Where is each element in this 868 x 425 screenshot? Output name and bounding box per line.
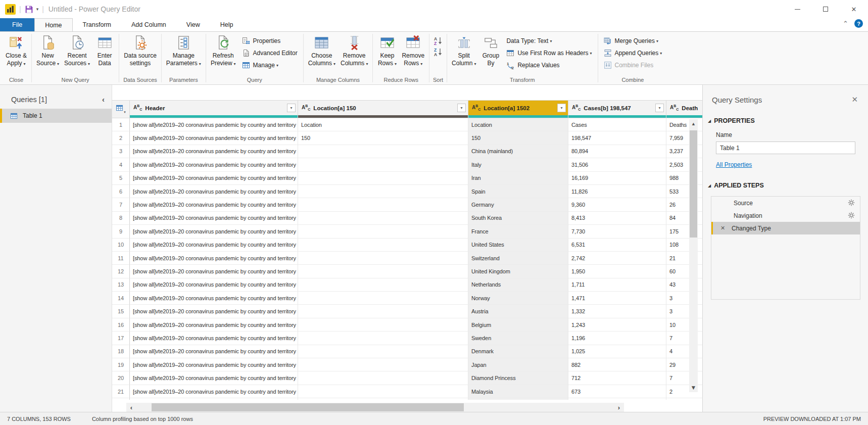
cell[interactable] <box>298 371 468 385</box>
row-number[interactable]: 7 <box>112 198 130 211</box>
cell[interactable] <box>568 398 666 400</box>
cell[interactable]: 198,547 <box>568 131 666 145</box>
cell[interactable] <box>298 172 468 185</box>
cell[interactable] <box>298 252 468 265</box>
column-header-location-a-1502[interactable]: ABCLocation[a] 1502▾ <box>468 101 568 118</box>
refresh-preview-button[interactable]: RefreshPreview▾ <box>208 33 238 67</box>
tab-help[interactable]: Help <box>210 18 244 31</box>
properties-section-header[interactable]: ◢ PROPERTIES <box>708 117 868 124</box>
row-number[interactable]: 5 <box>112 172 130 185</box>
cell[interactable]: [show all]vte2019–20 coronavirus pandemi… <box>130 252 298 265</box>
cell[interactable] <box>298 212 468 225</box>
cell[interactable]: Belgium <box>468 318 568 332</box>
scroll-right-icon[interactable]: › <box>614 404 624 411</box>
row-number[interactable]: 13 <box>112 278 130 292</box>
cell[interactable]: [show all]vte2019–20 coronavirus pandemi… <box>130 225 298 238</box>
data-source-settings-button[interactable]: Data sourcesettings <box>121 33 159 67</box>
step-settings-gear-icon[interactable] <box>848 212 855 220</box>
step-settings-gear-icon[interactable] <box>848 199 855 208</box>
cell[interactable]: Diamond Princess <box>468 371 568 385</box>
cell[interactable]: 1,196 <box>568 332 666 345</box>
cell[interactable] <box>298 345 468 358</box>
cell[interactable] <box>298 305 468 318</box>
horizontal-scrollbar-thumb[interactable] <box>152 403 464 411</box>
row-number[interactable]: 19 <box>112 358 130 371</box>
cell[interactable]: 1,950 <box>568 265 666 278</box>
new-source-button[interactable]: NewSource▾ <box>34 33 62 67</box>
merge-queries-button[interactable]: Merge Queries▾ <box>600 35 666 47</box>
cell[interactable]: Malaysia <box>468 385 568 398</box>
cell[interactable]: 150 <box>298 131 468 145</box>
cell[interactable]: [show all]vte2019–20 coronavirus pandemi… <box>130 305 298 318</box>
row-number[interactable]: 4 <box>112 158 130 171</box>
cell[interactable]: 16,169 <box>568 172 666 185</box>
select-all-corner[interactable]: ▾ <box>112 101 130 118</box>
scroll-down-icon[interactable]: ▼ <box>689 383 698 392</box>
collapse-ribbon-icon[interactable]: ⌃ <box>843 20 848 27</box>
cell[interactable]: [show all]vte2019–20 coronavirus pandemi… <box>130 371 298 385</box>
cell[interactable]: Denmark <box>468 345 568 358</box>
filter-dropdown-icon[interactable]: ▾ <box>287 104 296 112</box>
column-header-header[interactable]: ABCHeader▾ <box>130 101 298 118</box>
quick-access-dropdown-icon[interactable]: ▾ <box>36 7 39 12</box>
scroll-up-icon[interactable]: ▲ <box>689 119 698 128</box>
cell[interactable]: [show all]vte2019–20 coronavirus pandemi… <box>130 278 298 292</box>
tab-transform[interactable]: Transform <box>73 18 122 31</box>
enter-data-button[interactable]: EnterData <box>92 33 117 67</box>
row-number[interactable]: 14 <box>112 292 130 305</box>
cell[interactable] <box>298 292 468 305</box>
cell[interactable] <box>298 398 468 400</box>
cell[interactable]: Switzerland <box>468 252 568 265</box>
cell[interactable]: [show all]vte2019–20 coronavirus pandemi… <box>130 318 298 332</box>
collapse-pane-icon[interactable]: ‹ <box>102 95 105 104</box>
cell[interactable]: [show all]vte2019–20 coronavirus pandemi… <box>130 172 298 185</box>
horizontal-scrollbar[interactable]: ‹ › <box>126 403 624 412</box>
cell[interactable]: 712 <box>568 371 666 385</box>
advanced-editor-button[interactable]: Advanced Editor <box>238 47 301 59</box>
cell[interactable]: 1,711 <box>568 278 666 292</box>
cell[interactable]: [show all]vte2019–20 coronavirus pandemi… <box>130 345 298 358</box>
cell[interactable]: United States <box>468 239 568 252</box>
filter-dropdown-icon[interactable]: ▾ <box>457 104 466 112</box>
cell[interactable]: [show all]vte2019–20 coronavirus pandemi… <box>130 332 298 345</box>
cell[interactable]: France <box>468 225 568 238</box>
cell[interactable]: 882 <box>568 358 666 371</box>
cell[interactable]: 1,243 <box>568 318 666 332</box>
cell[interactable]: 11,826 <box>568 185 666 198</box>
data-type-text-button[interactable]: Data Type: Text▾ <box>503 35 595 47</box>
vertical-scrollbar[interactable]: ▲ ▼ <box>689 119 698 392</box>
cell[interactable]: 8,413 <box>568 212 666 225</box>
cell[interactable] <box>298 239 468 252</box>
horizontal-scrollbar-track[interactable] <box>136 403 614 412</box>
cell[interactable]: Germany <box>468 198 568 211</box>
column-header-location-a-150[interactable]: ABCLocation[a] 150▾ <box>298 101 468 118</box>
sort-az-button[interactable]: AZ <box>431 36 445 46</box>
cell[interactable]: Spain <box>468 185 568 198</box>
replace-values-button[interactable]: 12Replace Values <box>503 59 595 71</box>
close-panel-icon[interactable]: ✕ <box>851 95 858 104</box>
close-apply-button[interactable]: Close &Apply▾ <box>3 33 29 67</box>
cell[interactable] <box>468 398 568 400</box>
row-number[interactable]: 2 <box>112 131 130 145</box>
row-number[interactable]: 9 <box>112 225 130 238</box>
sort-za-button[interactable]: ZA <box>431 47 445 57</box>
cell[interactable] <box>298 185 468 198</box>
cell[interactable] <box>298 225 468 238</box>
column-header-cases-b-198-547[interactable]: ABCCases[b] 198,547▾ <box>568 101 666 118</box>
cell[interactable]: [show all]vte2019–20 coronavirus pandemi… <box>130 212 298 225</box>
cell[interactable]: 150 <box>468 131 568 145</box>
tab-view[interactable]: View <box>176 18 210 31</box>
cell[interactable] <box>298 358 468 371</box>
row-number[interactable]: 6 <box>112 185 130 198</box>
cell[interactable]: 673 <box>568 385 666 398</box>
cell[interactable]: 80,894 <box>568 145 666 158</box>
cell[interactable]: 9,360 <box>568 198 666 211</box>
cell[interactable] <box>298 385 468 398</box>
cell[interactable]: 6,531 <box>568 239 666 252</box>
cell[interactable]: [show all]vte2019–20 coronavirus pandemi… <box>130 385 298 398</box>
save-icon[interactable] <box>25 5 33 14</box>
row-number[interactable]: 18 <box>112 345 130 358</box>
append-queries-button[interactable]: Append Queries▾ <box>600 47 666 59</box>
applied-step-source[interactable]: Source <box>711 197 860 209</box>
help-icon[interactable]: ? <box>854 19 863 28</box>
